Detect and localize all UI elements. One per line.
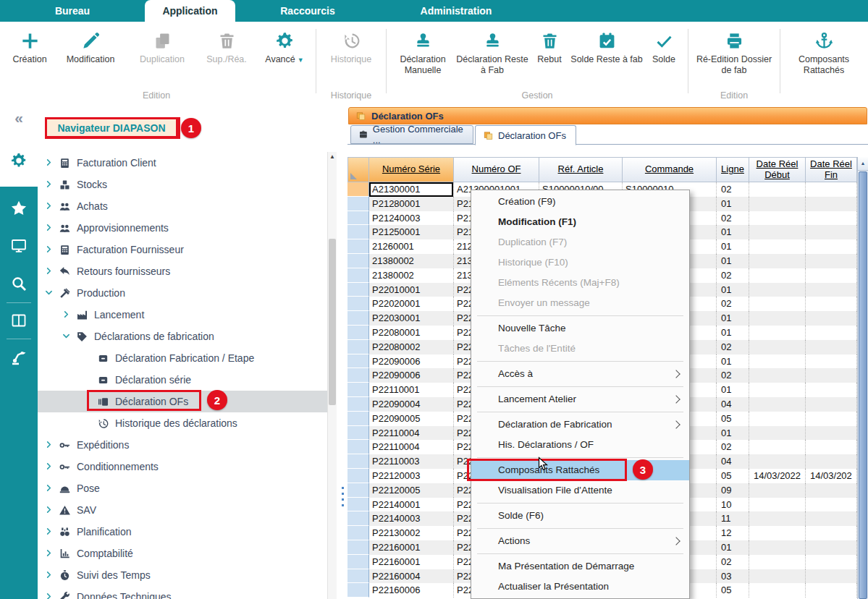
top-tab-application[interactable]: Application [145,0,235,22]
chevron-right-icon[interactable] [45,441,54,449]
cell-numero-serie[interactable]: P21280001 [369,197,454,211]
cell-date-reel-debut[interactable] [749,297,806,311]
cell-date-reel-fin[interactable]: 14/03/202 [806,469,857,483]
column-header-ligne[interactable]: Ligne [717,157,749,182]
menu-item-his-declarations-of[interactable]: His. Déclarations / OF [471,435,689,455]
cell-date-reel-fin[interactable] [806,511,857,526]
menu-item-acces-a[interactable]: Accès à [471,364,689,384]
chevron-right-icon[interactable] [45,224,54,232]
cell-date-reel-debut[interactable] [749,383,806,397]
cell-date-reel-fin[interactable] [806,340,857,354]
ribbon-button-solde[interactable]: Solde [643,22,685,65]
tree-scrollbar[interactable]: ▲ [327,152,337,599]
cell-date-reel-debut[interactable] [749,483,806,498]
cell-date-reel-fin[interactable] [806,555,857,569]
cell-ligne[interactable]: 10 [717,498,749,512]
favorites-star-icon[interactable] [0,200,38,217]
cell-date-reel-fin[interactable] [806,426,857,441]
row-selector-cell[interactable] [347,225,369,239]
cell-date-reel-debut[interactable] [749,311,806,326]
cell-date-reel-debut[interactable] [749,440,806,454]
row-selector-cell[interactable] [347,454,369,469]
cell-ligne[interactable]: 09 [717,483,749,498]
top-tab-bureau[interactable]: Bureau [25,0,119,22]
cell-date-reel-fin[interactable] [806,368,857,383]
tree-item-historique-des-declarations[interactable]: Historique des déclarations [38,412,327,434]
cell-date-reel-fin[interactable] [806,268,857,283]
cell-numero-serie[interactable]: P22110004 [369,440,454,454]
cell-ligne[interactable]: 01 [717,354,749,369]
column-header-numero-serie[interactable]: Numéro Série [369,157,454,182]
cell-ligne[interactable]: 02 [717,211,749,226]
cell-date-reel-debut[interactable] [749,368,806,383]
cell-numero-serie[interactable]: P22120003 [369,469,454,483]
table-scrollbar-thumb[interactable] [859,171,867,599]
tree-scroll-up-icon[interactable]: ▲ [328,153,337,160]
chevron-right-icon[interactable] [45,571,54,579]
cell-ligne[interactable]: 01 [717,540,749,555]
cell-ligne[interactable]: 03 [717,569,749,584]
document-tab-gestion-commerciale[interactable]: Gestion Commerciale ... [350,125,473,144]
cell-date-reel-debut[interactable] [749,211,806,226]
top-tab-administration[interactable]: Administration [380,0,532,22]
row-selector-cell[interactable] [347,311,369,326]
row-selector-cell[interactable] [347,526,369,540]
ribbon-button-declaration-manuelle[interactable]: Déclaration Manuelle [389,22,456,76]
row-selector-cell[interactable] [347,540,369,555]
diapason-gear-icon[interactable] [0,152,38,169]
chevron-right-icon[interactable] [45,462,54,471]
ribbon-button-avance[interactable]: Avancé▼ [256,22,313,65]
search-icon[interactable] [0,275,38,292]
tree-item-approvisionnements[interactable]: Approvisionnements [38,217,327,239]
chevron-right-icon[interactable] [45,506,54,514]
cell-ligne[interactable]: 02 [717,440,749,454]
cell-numero-serie[interactable]: P21240003 [369,211,454,226]
cell-ligne[interactable]: 01 [717,311,749,326]
menu-item-ma-presentation-de-demarrage[interactable]: Ma Présentation de Démarrage [471,556,689,577]
cell-numero-serie[interactable]: P22140001 [369,498,454,512]
desktop-monitor-icon[interactable] [0,237,38,255]
row-selector-cell[interactable] [347,326,369,340]
cell-ligne[interactable]: 02 [717,555,749,569]
row-selector-cell[interactable] [347,555,369,569]
cell-date-reel-debut[interactable]: 14/03/2022 [749,469,806,483]
row-selector-cell[interactable] [347,426,369,441]
cell-date-reel-debut[interactable] [749,555,806,569]
row-selector-cell[interactable] [347,197,369,211]
cell-date-reel-debut[interactable] [749,239,806,254]
row-selector-cell[interactable] [347,297,369,311]
ribbon-button-declaration-reste-a-fab[interactable]: Déclaration Reste à Fab [456,22,528,76]
ribbon-button-composants-rattaches[interactable]: Composants Rattachés [783,22,864,76]
cell-date-reel-debut[interactable] [749,412,806,426]
tree-item-suivi-des-temps[interactable]: Suivi des Temps [38,564,327,586]
cell-date-reel-debut[interactable] [749,340,806,354]
cell-date-reel-fin[interactable] [806,354,857,369]
cell-ligne[interactable]: 01 [717,383,749,397]
row-selector-cell[interactable] [347,239,369,254]
row-selector-cell[interactable] [347,182,369,197]
tree-item-facturation-client[interactable]: Facturation Client [38,152,327,174]
table-scrollbar[interactable]: ▲ [857,157,868,599]
cell-date-reel-fin[interactable] [806,583,857,598]
row-selector-cell[interactable] [347,397,369,412]
chevron-right-icon[interactable] [45,527,54,536]
menu-item-actualiser-la-presentation[interactable]: Actualiser la Présentation [471,577,689,597]
cell-numero-serie[interactable]: A21300001 [369,182,454,197]
row-selector-cell[interactable] [347,268,369,283]
cell-ligne[interactable]: 05 [717,469,749,483]
menu-item-modification-f1[interactable]: Modification (F1) [471,212,689,232]
tree-item-planification[interactable]: Planification [38,521,327,543]
cell-numero-serie[interactable]: P22090006 [369,368,454,383]
cell-ligne[interactable]: 01 [717,326,749,340]
cell-date-reel-fin[interactable] [806,569,857,584]
cell-date-reel-debut[interactable] [749,511,806,526]
ribbon-button-creation[interactable]: Création [6,22,54,65]
tree-item-declarations-de-fabrication[interactable]: Déclarations de fabrication [38,326,327,347]
chevron-right-icon[interactable] [45,158,54,167]
cell-ligne[interactable]: 11 [717,511,749,526]
cell-numero-serie[interactable]: P22110004 [369,426,454,441]
cell-date-reel-debut[interactable] [749,254,806,268]
row-selector-cell[interactable] [347,211,369,226]
ribbon-button-re-edition-dossier-de-fab[interactable]: Ré-Edition Dossier de fab [691,22,777,76]
cell-numero-serie[interactable]: P22010001 [369,283,454,297]
